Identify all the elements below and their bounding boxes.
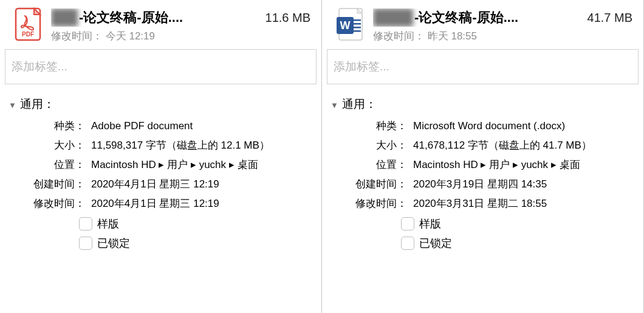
word-file-icon: W: [335, 7, 365, 41]
stationery-checkbox[interactable]: [79, 217, 92, 231]
stationery-label: 样版: [419, 217, 441, 231]
general-section-header[interactable]: ▼ 通用：: [0, 90, 321, 116]
created-value: 2020年3月19日 星期四 14:35: [413, 177, 632, 192]
tags-input[interactable]: [327, 50, 638, 84]
info-pane-right: W 名字名-论文终稿-原始.... 41.7 MB 修改时间： 昨天 18:55…: [322, 0, 644, 313]
modified-value: 2020年4月1日 星期三 12:19: [91, 196, 310, 212]
locked-label: 已锁定: [419, 236, 452, 251]
svg-rect-5: [354, 19, 361, 21]
tags-field[interactable]: [327, 49, 639, 84]
file-header: PDF 名字-论文终稿-原始.... 11.6 MB 修改时间： 今天 12:1…: [0, 0, 321, 45]
kind-label: 种类：: [11, 118, 91, 134]
info-pane-left: PDF 名字-论文终稿-原始.... 11.6 MB 修改时间： 今天 12:1…: [0, 0, 322, 313]
modified-summary: 修改时间： 今天 12:19: [51, 29, 310, 43]
where-value: Macintosh HD ▸ 用户 ▸ yuchk ▸ 桌面: [413, 157, 632, 173]
modified-label: 修改时间：: [333, 196, 413, 212]
file-name: 名字-论文终稿-原始....: [51, 8, 183, 27]
modified-label: 修改时间：: [11, 196, 91, 212]
disclosure-triangle-icon[interactable]: ▼: [331, 101, 338, 110]
where-label: 位置：: [11, 157, 91, 173]
section-title: 通用：: [20, 96, 55, 112]
created-label: 创建时间：: [333, 177, 413, 192]
size-label: 大小：: [11, 138, 91, 153]
where-value: Macintosh HD ▸ 用户 ▸ yuchk ▸ 桌面: [91, 157, 310, 173]
stationery-label: 样版: [97, 217, 119, 231]
general-details: 种类： Microsoft Word document (.docx) 大小： …: [322, 116, 643, 260]
modified-summary: 修改时间： 昨天 18:55: [373, 29, 632, 43]
kind-value: Microsoft Word document (.docx): [413, 118, 632, 134]
created-label: 创建时间：: [11, 177, 91, 192]
file-size: 11.6 MB: [265, 11, 310, 25]
tags-field[interactable]: [5, 49, 317, 84]
size-value: 11,598,317 字节（磁盘上的 12.1 MB）: [91, 138, 310, 153]
kind-label: 种类：: [333, 118, 413, 134]
created-value: 2020年4月1日 星期三 12:19: [91, 177, 310, 192]
size-value: 41,678,112 字节（磁盘上的 41.7 MB）: [413, 138, 632, 153]
file-header: W 名字名-论文终稿-原始.... 41.7 MB 修改时间： 昨天 18:55: [322, 0, 643, 45]
locked-label: 已锁定: [97, 236, 130, 251]
svg-text:PDF: PDF: [22, 31, 34, 38]
locked-checkbox[interactable]: [79, 237, 92, 250]
svg-rect-8: [354, 30, 361, 32]
file-name: 名字名-论文终稿-原始....: [373, 8, 518, 27]
stationery-checkbox[interactable]: [401, 217, 414, 231]
modified-value: 2020年3月31日 星期二 18:55: [413, 196, 632, 212]
general-details: 种类： Adobe PDF document 大小： 11,598,317 字节…: [0, 116, 321, 260]
svg-rect-7: [354, 27, 361, 29]
locked-checkbox[interactable]: [401, 237, 414, 250]
pdf-file-icon: PDF: [13, 7, 43, 41]
file-size: 41.7 MB: [587, 11, 632, 25]
tags-input[interactable]: [5, 50, 316, 84]
where-label: 位置：: [333, 157, 413, 173]
size-label: 大小：: [333, 138, 413, 153]
svg-text:W: W: [340, 19, 351, 32]
disclosure-triangle-icon[interactable]: ▼: [9, 101, 16, 110]
section-title: 通用：: [342, 96, 377, 112]
general-section-header[interactable]: ▼ 通用：: [322, 90, 643, 116]
svg-rect-6: [354, 23, 361, 25]
kind-value: Adobe PDF document: [91, 118, 310, 134]
